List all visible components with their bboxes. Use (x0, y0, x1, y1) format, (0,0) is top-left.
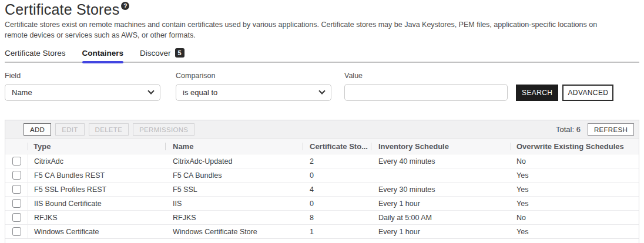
cell-type: F5 CA Bundles REST (28, 168, 165, 182)
row-checkbox[interactable] (12, 185, 21, 194)
permissions-button[interactable]: PERMISSIONS (133, 123, 194, 136)
table-footer (5, 238, 639, 243)
row-checkbox[interactable] (12, 213, 21, 222)
cell-certificate-stores-count: 8 (303, 211, 371, 224)
cell-inventory-schedule: Daily at 5:00 AM (371, 211, 511, 224)
row-checkbox[interactable] (12, 199, 21, 208)
cell-name: CitrixAdc-Updated (165, 154, 303, 168)
table-row[interactable]: CitrixAdc CitrixAdc-Updated 2 Every 40 m… (5, 154, 639, 168)
table-row[interactable]: F5 CA Bundles REST F5 CA Bundles 0 Yes (5, 168, 639, 182)
table-row[interactable]: IIS Bound Certificate IIS 0 Every 1 hour… (5, 196, 639, 210)
cell-name: Windows Certificate Store (165, 225, 303, 238)
certificate-stores-page: Certificate Stores ? Certificate stores … (0, 1, 644, 243)
comparison-select[interactable]: is equal to (176, 84, 331, 101)
row-checkbox[interactable] (12, 171, 21, 180)
cell-overwrite-existing-schedules: Yes (511, 225, 639, 238)
chevron-down-icon (318, 87, 325, 94)
tab-bar: Certificate Stores Containers Discover 5 (5, 48, 639, 63)
edit-button[interactable]: EDIT (55, 123, 84, 136)
table-row[interactable]: Windows Certificate Windows Certificate … (5, 224, 639, 238)
column-header-type[interactable]: Type (28, 139, 165, 154)
comparison-select-value: is equal to (183, 88, 217, 97)
tab-label: Discover (140, 49, 171, 58)
advanced-button[interactable]: ADVANCED (562, 85, 613, 101)
table-toolbar: ADD EDIT DELETE PERMISSIONS Total: 6 REF… (5, 120, 639, 139)
cell-inventory-schedule: Every 40 minutes (371, 154, 511, 168)
cell-name: RFJKS (165, 211, 303, 224)
cell-certificate-stores-count: 2 (303, 154, 371, 168)
cell-certificate-stores-count: 4 (303, 183, 371, 196)
tab-discover[interactable]: Discover 5 (140, 48, 185, 62)
cell-overwrite-existing-schedules: Yes (511, 168, 639, 182)
page-header: Certificate Stores ? (5, 1, 644, 18)
add-button[interactable]: ADD (24, 123, 51, 136)
table-header-row: Type Name Certificate Sto... Inventory S… (5, 139, 639, 154)
cell-certificate-stores-count: 1 (303, 225, 371, 238)
field-select[interactable]: Name (5, 84, 160, 101)
search-button[interactable]: SEARCH (516, 85, 558, 101)
search-filter-bar: Field Name Comparison is equal to Value … (5, 72, 639, 101)
cell-inventory-schedule: Every 1 hour (371, 225, 511, 238)
cell-overwrite-existing-schedules: No (511, 211, 639, 224)
value-label: Value (344, 72, 508, 80)
cell-inventory-schedule: Every 1 hour (371, 197, 511, 210)
table-body: CitrixAdc CitrixAdc-Updated 2 Every 40 m… (5, 154, 639, 238)
field-select-value: Name (12, 88, 32, 97)
refresh-button[interactable]: REFRESH (588, 123, 634, 136)
cell-certificate-stores-count: 0 (303, 197, 371, 210)
cell-name: F5 CA Bundles (165, 168, 303, 182)
cell-inventory-schedule (371, 168, 511, 182)
cell-name: IIS (165, 197, 303, 210)
table-row[interactable]: F5 SSL Profiles REST F5 SSL 4 Every 30 m… (5, 182, 639, 196)
cell-overwrite-existing-schedules: Yes (511, 197, 639, 210)
cell-inventory-schedule: Every 30 minutes (371, 183, 511, 196)
field-label: Field (5, 72, 160, 80)
cell-type: RFJKS (28, 211, 165, 224)
table-row[interactable]: RFJKS RFJKS 8 Daily at 5:00 AM No (5, 210, 639, 224)
column-header-inventory-schedule[interactable]: Inventory Schedule (371, 139, 511, 154)
cell-overwrite-existing-schedules: Yes (511, 183, 639, 196)
cell-type: IIS Bound Certificate (28, 197, 165, 210)
containers-table: ADD EDIT DELETE PERMISSIONS Total: 6 REF… (5, 120, 639, 243)
discover-count-badge: 5 (175, 48, 185, 58)
value-input[interactable] (344, 84, 508, 101)
cell-certificate-stores-count: 0 (303, 168, 371, 182)
tab-label: Containers (82, 49, 124, 58)
comparison-label: Comparison (176, 72, 331, 80)
cell-type: F5 SSL Profiles REST (28, 183, 165, 196)
tab-certificate-stores[interactable]: Certificate Stores (5, 48, 66, 62)
tab-containers[interactable]: Containers (82, 48, 124, 62)
select-all-column (5, 139, 28, 154)
chevron-down-icon (147, 87, 154, 94)
row-checkbox[interactable] (12, 227, 21, 236)
column-header-name[interactable]: Name (165, 139, 303, 154)
cell-type: CitrixAdc (28, 154, 165, 168)
cell-overwrite-existing-schedules: No (511, 154, 639, 168)
column-header-overwrite-existing-schedules[interactable]: Overwrite Existing Schedules (511, 139, 639, 154)
page-title: Certificate Stores (5, 1, 119, 18)
total-count: Total: 6 (556, 125, 581, 134)
page-description: Certificate stores exist on remote machi… (5, 20, 619, 41)
row-checkbox[interactable] (12, 157, 21, 166)
help-icon[interactable]: ? (121, 2, 129, 10)
cell-type: Windows Certificate (28, 225, 165, 238)
column-header-certificate-stores[interactable]: Certificate Sto... (303, 139, 371, 154)
delete-button[interactable]: DELETE (89, 123, 129, 136)
tab-label: Certificate Stores (5, 49, 66, 58)
cell-name: F5 SSL (165, 183, 303, 196)
